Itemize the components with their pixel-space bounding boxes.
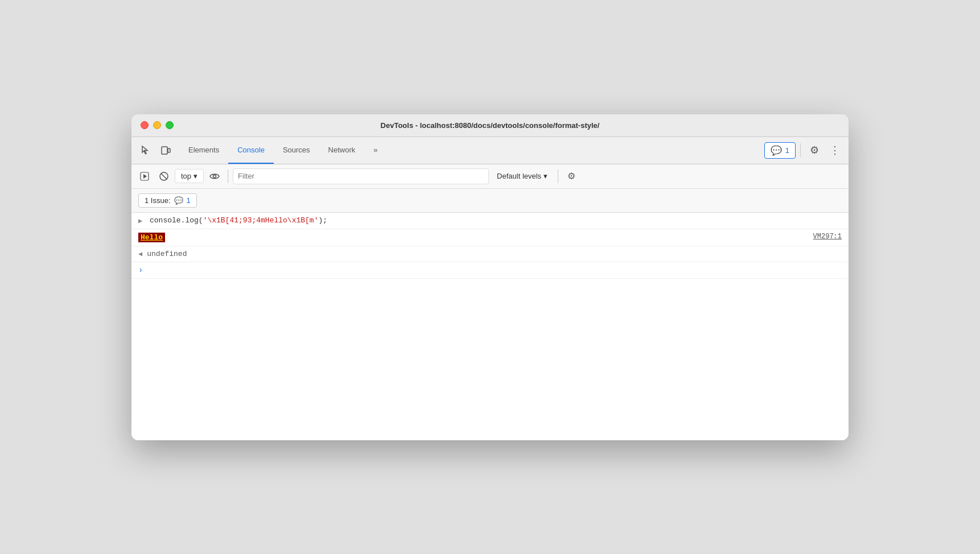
tab-elements[interactable]: Elements xyxy=(179,137,228,164)
svg-marker-3 xyxy=(143,174,147,179)
svg-rect-1 xyxy=(168,148,170,152)
device-icon xyxy=(160,145,171,155)
svg-line-5 xyxy=(161,173,167,179)
levels-dropdown-arrow-icon: ▾ xyxy=(543,172,547,180)
expand-icon[interactable]: ▶ xyxy=(138,217,145,225)
svg-rect-0 xyxy=(162,147,167,154)
toolbar-divider xyxy=(228,169,228,183)
close-button[interactable] xyxy=(141,121,149,129)
divider xyxy=(800,143,801,157)
tab-sources[interactable]: Sources xyxy=(274,137,319,164)
gear-icon: ⚙ xyxy=(810,144,819,156)
eye-icon-button[interactable] xyxy=(206,168,223,185)
block-icon-button[interactable] xyxy=(155,168,172,185)
console-output: ▶ console.log('\x1B[41;93;4mHello\x1B[m'… xyxy=(131,213,849,440)
prompt-icon: › xyxy=(138,266,143,275)
hello-output: Hello xyxy=(138,233,165,242)
eye-icon xyxy=(209,173,220,180)
svg-point-6 xyxy=(213,175,216,177)
console-return-row: ◀ undefined xyxy=(131,246,849,262)
more-icon: ⋮ xyxy=(830,144,840,156)
title-bar: DevTools - localhost:8080/docs/devtools/… xyxy=(131,114,849,137)
toolbar-divider-2 xyxy=(558,169,558,183)
tab-bar-right: 💬 1 ⚙ ⋮ xyxy=(764,141,844,159)
undefined-value: undefined xyxy=(147,250,187,258)
console-toolbar: top ▾ Default levels ▾ ⚙ xyxy=(131,164,849,189)
console-input-row[interactable]: › xyxy=(131,262,849,279)
vm-ref-link[interactable]: VM297:1 xyxy=(813,233,842,241)
console-gear-icon: ⚙ xyxy=(567,171,575,181)
issues-chat-icon: 💬 xyxy=(174,196,183,205)
clear-console-button[interactable] xyxy=(136,168,153,185)
context-selector[interactable]: top ▾ xyxy=(175,169,204,183)
inspect-element-button[interactable] xyxy=(136,141,154,159)
console-output-row: Hello VM297:1 xyxy=(131,229,849,246)
tab-more[interactable]: » xyxy=(364,137,386,164)
devtools-window: DevTools - localhost:8080/docs/devtools/… xyxy=(131,114,849,440)
device-toolbar-button[interactable] xyxy=(157,141,175,159)
cursor-icon xyxy=(140,145,150,155)
settings-button[interactable]: ⚙ xyxy=(805,141,823,159)
minimize-button[interactable] xyxy=(153,121,161,129)
return-icon: ◀ xyxy=(138,250,142,258)
main-tabs: Elements Console Sources Network » xyxy=(179,137,387,164)
tab-bar: Elements Console Sources Network » 💬 1 ⚙ xyxy=(131,137,849,164)
issues-badge[interactable]: 💬 1 xyxy=(764,142,796,159)
window-title: DevTools - localhost:8080/docs/devtools/… xyxy=(381,121,600,130)
issues-bar: 1 Issue: 💬 1 xyxy=(131,189,849,213)
console-settings-button[interactable]: ⚙ xyxy=(563,168,580,185)
issues-pill[interactable]: 1 Issue: 💬 1 xyxy=(138,193,197,208)
filter-input[interactable] xyxy=(233,168,489,184)
more-options-button[interactable]: ⋮ xyxy=(826,141,844,159)
log-code: console.log('\x1B[41;93;4mHello\x1B[m'); xyxy=(150,216,327,225)
tab-network[interactable]: Network xyxy=(319,137,365,164)
log-level-dropdown[interactable]: Default levels ▾ xyxy=(491,169,553,183)
play-icon xyxy=(140,172,149,181)
tab-bar-left-icons xyxy=(136,141,175,159)
block-icon xyxy=(159,172,168,181)
traffic-lights xyxy=(141,121,174,129)
dropdown-arrow-icon: ▾ xyxy=(193,172,197,180)
tab-console[interactable]: Console xyxy=(228,137,274,164)
maximize-button[interactable] xyxy=(166,121,174,129)
chat-icon: 💬 xyxy=(771,145,782,156)
console-log-row: ▶ console.log('\x1B[41;93;4mHello\x1B[m'… xyxy=(131,213,849,229)
